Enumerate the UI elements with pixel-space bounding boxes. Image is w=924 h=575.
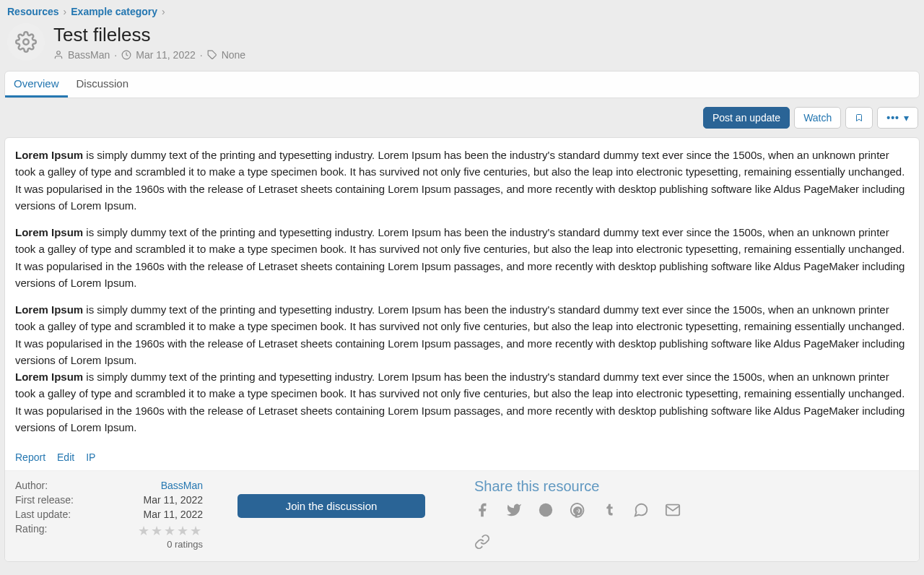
resource-info: Author:BassMan First release:Mar 11, 202… bbox=[15, 478, 203, 551]
first-release-label: First release: bbox=[15, 494, 74, 506]
content-card: Lorem Ipsum is simply dummy text of the … bbox=[4, 137, 920, 562]
tags-value: None bbox=[222, 49, 245, 61]
rating-stars: ★★★★★ bbox=[138, 523, 203, 539]
last-update-label: Last update: bbox=[15, 509, 71, 520]
dots-icon: ••• bbox=[886, 112, 899, 124]
chevron-right-icon: › bbox=[64, 6, 67, 17]
chevron-down-icon: ▾ bbox=[904, 112, 909, 124]
author-label: Author: bbox=[15, 480, 48, 491]
report-link[interactable]: Report bbox=[15, 451, 45, 463]
breadcrumb: Resources › Example category › bbox=[4, 4, 920, 19]
rating-label: Rating: bbox=[15, 523, 47, 550]
author-link[interactable]: BassMan bbox=[161, 480, 203, 491]
clock-icon bbox=[121, 50, 131, 60]
reddit-icon[interactable] bbox=[538, 502, 554, 518]
chevron-right-icon: › bbox=[162, 6, 165, 17]
post-date: Mar 11, 2022 bbox=[136, 49, 196, 61]
gear-icon bbox=[7, 23, 45, 61]
twitter-icon[interactable] bbox=[506, 502, 522, 518]
tag-icon bbox=[207, 50, 217, 60]
watch-button[interactable]: Watch bbox=[794, 107, 841, 129]
pinterest-icon[interactable] bbox=[570, 502, 585, 518]
last-update-value: Mar 11, 2022 bbox=[144, 509, 204, 520]
resource-body: Lorem Ipsum is simply dummy text of the … bbox=[5, 138, 919, 449]
resource-footer: Author:BassMan First release:Mar 11, 202… bbox=[5, 470, 919, 561]
tabs: Overview Discussion bbox=[4, 71, 920, 98]
share-title: Share this resource bbox=[474, 478, 691, 495]
action-bar: Post an update Watch ••• ▾ bbox=[4, 107, 920, 129]
post-update-button[interactable]: Post an update bbox=[703, 107, 790, 129]
svg-point-4 bbox=[539, 503, 552, 516]
author-name: BassMan bbox=[68, 49, 110, 61]
tab-discussion[interactable]: Discussion bbox=[68, 72, 138, 98]
user-icon bbox=[53, 50, 64, 60]
bookmark-button[interactable] bbox=[845, 107, 873, 129]
join-discussion-button[interactable]: Join the discussion bbox=[237, 494, 425, 518]
svg-point-1 bbox=[57, 51, 61, 54]
tab-overview[interactable]: Overview bbox=[5, 72, 68, 98]
share-icons bbox=[474, 502, 691, 550]
first-release-value: Mar 11, 2022 bbox=[144, 494, 204, 506]
breadcrumb-category[interactable]: Example category bbox=[71, 6, 157, 17]
facebook-icon[interactable] bbox=[474, 502, 490, 518]
whatsapp-icon[interactable] bbox=[633, 502, 649, 518]
tumblr-icon[interactable] bbox=[601, 502, 617, 518]
page-header: Test fileless BassMan · Mar 11, 2022 · N… bbox=[4, 20, 920, 64]
breadcrumb-resources[interactable]: Resources bbox=[7, 6, 59, 17]
more-menu-button[interactable]: ••• ▾ bbox=[877, 107, 918, 129]
bookmark-icon bbox=[855, 112, 863, 124]
edit-link[interactable]: Edit bbox=[57, 451, 74, 463]
ip-link[interactable]: IP bbox=[86, 451, 95, 463]
post-actions: Report Edit IP bbox=[5, 449, 919, 470]
email-icon[interactable] bbox=[665, 502, 681, 518]
svg-point-0 bbox=[23, 39, 29, 45]
link-icon[interactable] bbox=[474, 534, 490, 550]
page-title: Test fileless bbox=[53, 24, 245, 46]
ratings-count: 0 ratings bbox=[167, 539, 203, 550]
